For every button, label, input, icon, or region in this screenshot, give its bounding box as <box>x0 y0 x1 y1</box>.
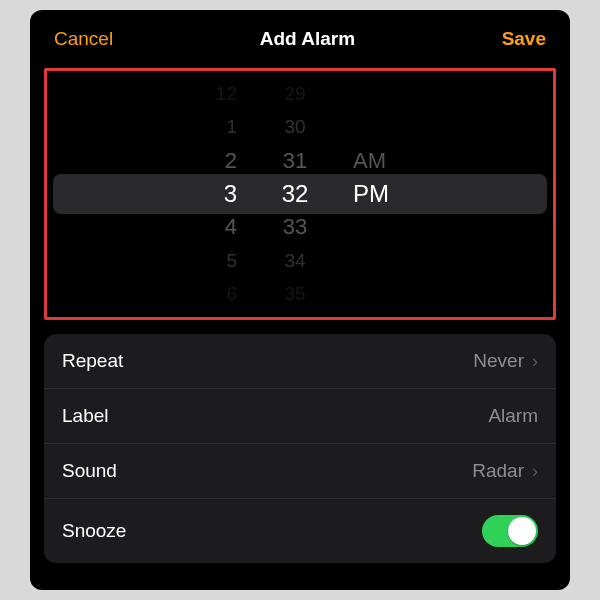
time-picker-highlight-box: 1229130231AM332PM433534635 <box>44 68 556 320</box>
picker-ampm: AM <box>335 148 425 174</box>
picker-hour: 4 <box>175 214 255 240</box>
snooze-row: Snooze <box>44 499 556 563</box>
picker-minute: 30 <box>255 116 335 138</box>
toggle-knob <box>508 517 536 545</box>
picker-minute: 35 <box>255 283 335 305</box>
alarm-add-screen: Cancel Add Alarm Save 1229130231AM332PM4… <box>30 10 570 590</box>
picker-minute: 33 <box>255 214 335 240</box>
picker-row[interactable]: 534 <box>47 244 553 277</box>
time-picker[interactable]: 1229130231AM332PM433534635 <box>47 77 553 311</box>
sound-row[interactable]: Sound Radar › <box>44 444 556 499</box>
chevron-right-icon: › <box>532 351 538 372</box>
snooze-toggle[interactable] <box>482 515 538 547</box>
repeat-label: Repeat <box>62 350 123 372</box>
picker-minute: 34 <box>255 250 335 272</box>
cancel-button[interactable]: Cancel <box>54 28 113 50</box>
picker-hour: 3 <box>175 180 255 208</box>
picker-hour: 5 <box>175 250 255 272</box>
chevron-right-icon: › <box>532 461 538 482</box>
picker-row[interactable]: 332PM <box>47 177 553 210</box>
picker-hour: 2 <box>175 148 255 174</box>
picker-minute: 29 <box>255 83 335 105</box>
page-title: Add Alarm <box>260 28 355 50</box>
label-label: Label <box>62 405 109 427</box>
save-button[interactable]: Save <box>502 28 546 50</box>
picker-row[interactable]: 635 <box>47 278 553 311</box>
repeat-row[interactable]: Repeat Never › <box>44 334 556 389</box>
picker-ampm: PM <box>335 180 425 208</box>
repeat-value: Never › <box>473 350 538 372</box>
picker-row[interactable]: 1229 <box>47 77 553 110</box>
picker-row[interactable]: 433 <box>47 211 553 244</box>
picker-row[interactable]: 231AM <box>47 144 553 177</box>
picker-minute: 31 <box>255 148 335 174</box>
picker-row[interactable]: 130 <box>47 110 553 143</box>
picker-minute: 32 <box>255 180 335 208</box>
snooze-label: Snooze <box>62 520 126 542</box>
header: Cancel Add Alarm Save <box>30 10 570 64</box>
picker-hour: 12 <box>175 83 255 105</box>
picker-hour: 1 <box>175 116 255 138</box>
sound-value: Radar › <box>472 460 538 482</box>
alarm-settings-list: Repeat Never › Label Alarm Sound Radar ›… <box>44 334 556 563</box>
picker-hour: 6 <box>175 283 255 305</box>
label-row[interactable]: Label Alarm <box>44 389 556 444</box>
sound-label: Sound <box>62 460 117 482</box>
label-value: Alarm <box>488 405 538 427</box>
